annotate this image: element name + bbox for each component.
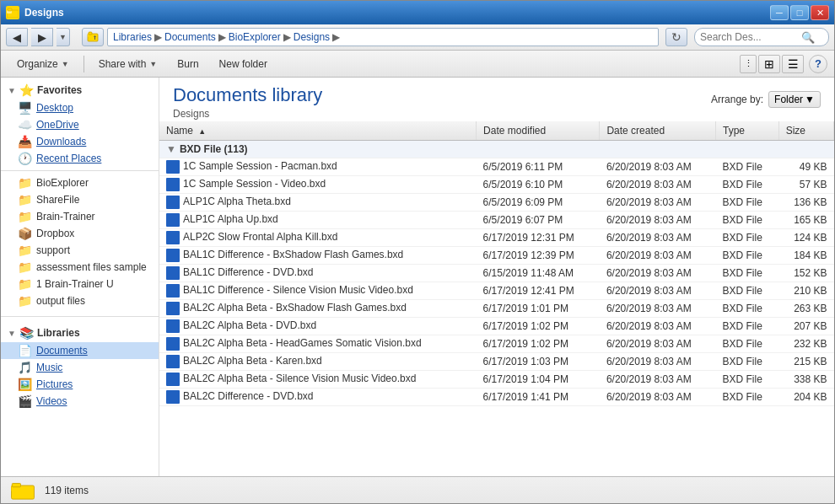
sidebar-item-output[interactable]: 📁 output files	[1, 292, 159, 309]
sidebar: ▼ ⭐ Favorites 🖥️ Desktop ☁️ OneDrive 📥 D…	[1, 78, 159, 476]
favorites-section: ▼ ⭐ Favorites 🖥️ Desktop ☁️ OneDrive 📥 D…	[1, 78, 159, 313]
sidebar-item-desktop[interactable]: 🖥️ Desktop	[1, 99, 159, 116]
downloads-icon: 📥	[18, 135, 31, 148]
organize-button[interactable]: Organize ▼	[8, 53, 78, 75]
file-table: Name ▲ Date modified Date created Type	[159, 121, 834, 406]
sidebar-item-dropbox[interactable]: 📦 Dropbox	[1, 225, 159, 242]
table-row[interactable]: BAL1C Difference - DVD.bxd6/15/2019 11:4…	[159, 265, 834, 282]
sidebar-item-recent[interactable]: 🕐 Recent Places	[1, 150, 159, 167]
file-name: BAL1C Difference - Silence Vision Music …	[159, 282, 477, 300]
sidebar-item-pictures[interactable]: 🖼️ Pictures	[1, 376, 159, 393]
forward-button[interactable]: ▶	[31, 28, 53, 46]
file-size: 263 KB	[778, 300, 833, 318]
table-row[interactable]: BAL2C Alpha Beta - Karen.bxd6/17/2019 1:…	[159, 353, 834, 371]
assessment-icon: 📁	[18, 260, 31, 274]
path-documents[interactable]: Documents	[164, 31, 216, 43]
file-type: BXD File	[716, 229, 779, 247]
file-type: BXD File	[716, 176, 779, 194]
burn-button[interactable]: Burn	[168, 53, 207, 75]
file-icon	[166, 355, 180, 368]
file-size: 210 KB	[778, 282, 833, 300]
file-table-container[interactable]: Name ▲ Date modified Date created Type	[159, 121, 834, 476]
table-row[interactable]: BAL2C Alpha Beta - HeadGames Somatic Vis…	[159, 335, 834, 353]
favorites-header[interactable]: ▼ ⭐ Favorites	[1, 81, 159, 99]
file-date-modified: 6/5/2019 6:07 PM	[477, 212, 600, 229]
sidebar-item-bioexplorer[interactable]: 📁 BioExplorer	[1, 174, 159, 191]
view-large-icon-button[interactable]: ⊞	[758, 55, 780, 73]
file-size: 136 KB	[778, 194, 833, 212]
address-path[interactable]: Libraries ▶ Documents ▶ BioExplorer ▶ De…	[107, 28, 659, 46]
col-date-created[interactable]: Date created	[600, 121, 716, 141]
file-type: BXD File	[716, 318, 779, 335]
table-row[interactable]: ALP1C Alpha Theta.bxd6/5/2019 6:09 PM6/2…	[159, 194, 834, 212]
up-button[interactable]	[82, 28, 104, 46]
sidebar-item-braintrainer-u[interactable]: 📁 1 Brain-Trainer U	[1, 276, 159, 292]
file-type: BXD File	[716, 335, 779, 353]
file-date-created: 6/20/2019 8:03 AM	[600, 158, 716, 176]
recent-button[interactable]: ▼	[57, 28, 70, 46]
refresh-button[interactable]: ↻	[665, 28, 687, 46]
file-size: 215 KB	[778, 353, 833, 371]
table-row[interactable]: BAL2C Alpha Beta - BxShadow Flash Games.…	[159, 300, 834, 318]
sidebar-item-videos[interactable]: 🎬 Videos	[1, 393, 159, 410]
window-title: Designs	[24, 7, 64, 19]
close-button[interactable]: ✕	[811, 5, 829, 20]
table-row[interactable]: BAL1C Difference - Silence Vision Music …	[159, 282, 834, 300]
table-row[interactable]: 1C Sample Session - Pacman.bxd6/5/2019 6…	[159, 158, 834, 176]
status-bar: 119 items	[1, 476, 834, 503]
file-name: 1C Sample Session - Video.bxd	[159, 176, 477, 194]
sidebar-item-support[interactable]: 📁 support	[1, 242, 159, 259]
search-box: 🔍	[694, 28, 829, 46]
support-icon: 📁	[18, 244, 31, 257]
table-row[interactable]: ALP2C Slow Frontal Alpha Kill.bxd6/17/20…	[159, 229, 834, 247]
file-size: 57 KB	[778, 176, 833, 194]
table-row[interactable]: BAL2C Alpha Beta - DVD.bxd6/17/2019 1:02…	[159, 318, 834, 335]
videos-icon: 🎬	[18, 394, 31, 408]
file-size: 124 KB	[778, 229, 833, 247]
view-extra-button[interactable]: ⋮	[740, 55, 757, 73]
main-content: ▼ ⭐ Favorites 🖥️ Desktop ☁️ OneDrive 📥 D…	[1, 78, 834, 476]
group-row[interactable]: ▼BXD File (113)	[159, 141, 834, 158]
file-area: Documents library Designs Arrange by: Fo…	[159, 78, 834, 476]
path-libraries[interactable]: Libraries	[113, 31, 152, 43]
libraries-header[interactable]: ▼ 📚 Libraries	[1, 324, 159, 342]
minimize-button[interactable]: ─	[770, 5, 789, 20]
file-name: BAL1C Difference - BxShadow Flash Games.…	[159, 247, 477, 265]
libraries-section: ▼ 📚 Libraries 📄 Documents 🎵 Music 🖼️ Pic…	[1, 320, 159, 413]
col-size[interactable]: Size	[778, 121, 833, 141]
help-button[interactable]: ?	[809, 55, 827, 73]
title-bar: Designs ─ □ ✕	[1, 1, 834, 24]
path-designs[interactable]: Designs	[294, 31, 330, 43]
table-row[interactable]: BAL1C Difference - BxShadow Flash Games.…	[159, 247, 834, 265]
file-type: BXD File	[716, 389, 779, 406]
sidebar-item-sharefile[interactable]: 📁 ShareFile	[1, 191, 159, 208]
table-row[interactable]: ALP1C Alpha Up.bxd6/5/2019 6:07 PM6/20/2…	[159, 212, 834, 229]
arrange-by-button[interactable]: Folder ▼	[768, 91, 821, 108]
sidebar-item-downloads[interactable]: 📥 Downloads	[1, 133, 159, 150]
sidebar-item-braintrainer[interactable]: 📁 Brain-Trainer	[1, 208, 159, 225]
path-bioexplorer[interactable]: BioExplorer	[229, 31, 281, 43]
library-sub: Designs	[173, 108, 322, 120]
search-input[interactable]	[700, 31, 801, 43]
sidebar-item-onedrive[interactable]: ☁️ OneDrive	[1, 116, 159, 133]
file-icon	[166, 373, 180, 386]
col-date-modified[interactable]: Date modified	[477, 121, 600, 141]
new-folder-button[interactable]: New folder	[210, 53, 277, 75]
sidebar-item-documents[interactable]: 📄 Documents	[1, 342, 159, 359]
table-row[interactable]: BAL2C Difference - DVD.bxd6/17/2019 1:41…	[159, 389, 834, 406]
file-date-created: 6/20/2019 8:03 AM	[600, 212, 716, 229]
share-with-button[interactable]: Share with ▼	[89, 53, 167, 75]
view-details-button[interactable]: ☰	[782, 55, 804, 73]
col-name[interactable]: Name ▲	[159, 121, 477, 141]
col-type[interactable]: Type	[716, 121, 779, 141]
file-icon	[166, 284, 180, 298]
file-type: BXD File	[716, 247, 779, 265]
organize-arrow: ▼	[62, 60, 69, 68]
maximize-button[interactable]: □	[790, 5, 809, 20]
table-row[interactable]: BAL2C Alpha Beta - Silence Vision Music …	[159, 371, 834, 389]
back-button[interactable]: ◀	[6, 28, 28, 46]
table-row[interactable]: 1C Sample Session - Video.bxd6/5/2019 6:…	[159, 176, 834, 194]
sidebar-item-music[interactable]: 🎵 Music	[1, 359, 159, 376]
file-name: BAL2C Alpha Beta - Silence Vision Music …	[159, 371, 477, 389]
sidebar-item-assessment[interactable]: 📁 assessment files sample	[1, 259, 159, 276]
